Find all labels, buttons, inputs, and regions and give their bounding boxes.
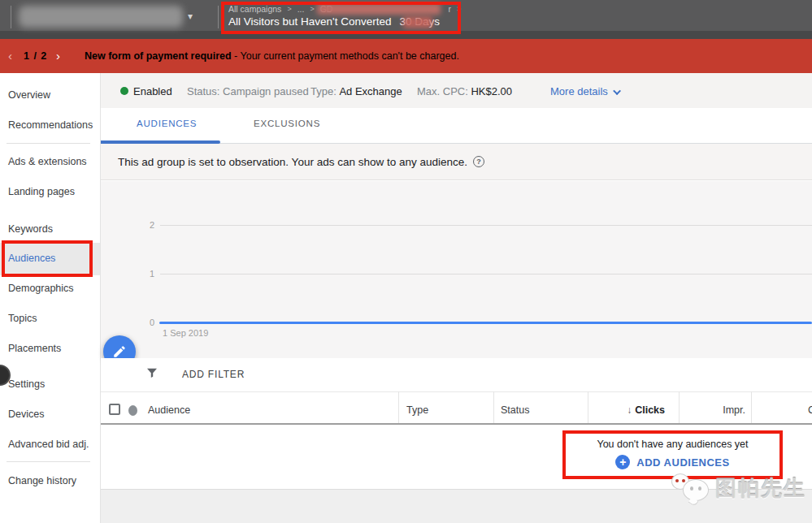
sidebar-item-ads-extensions[interactable]: Ads & extensions (8, 156, 87, 167)
column-divider (751, 391, 752, 423)
enabled-label[interactable]: Enabled (133, 85, 172, 97)
sidebar-item-devices[interactable]: Devices (8, 408, 44, 420)
column-divider (588, 391, 588, 423)
sidebar-item-placements[interactable]: Placements (8, 343, 61, 354)
sort-descending-icon: ↓ (627, 404, 632, 416)
more-details-button[interactable]: More details (550, 85, 621, 97)
gridline (160, 274, 812, 274)
account-separator-right (218, 6, 219, 28)
column-divider (493, 391, 494, 423)
sidebar-item-recommendations[interactable]: Recommendations (8, 119, 93, 131)
y-axis-tick-0: 0 (137, 318, 154, 327)
tab-exclusions[interactable]: EXCLUSIONS (254, 119, 320, 128)
y-axis-tick-2: 2 (137, 220, 154, 230)
alert-prev-icon[interactable]: ‹ (8, 49, 12, 63)
tab-audiences[interactable]: AUDIENCES (137, 119, 197, 128)
ad-group-title-main: All Visitors but Haven't Converted (228, 15, 391, 28)
observation-text: This ad group is set to observation. You… (118, 156, 467, 168)
add-filter-button[interactable]: ADD FILTER (182, 369, 245, 380)
column-header-impr[interactable]: Impr. (680, 404, 745, 416)
chevron-right-icon: > (287, 5, 291, 13)
sidebar-item-audiences[interactable]: Audiences (8, 253, 55, 264)
add-audiences-button[interactable]: + ADD AUDIENCES (562, 455, 783, 469)
sidebar-item-keywords[interactable]: Keywords (8, 223, 53, 235)
gridline (160, 225, 812, 226)
empty-state-message: You don't have any audiences yet (562, 439, 783, 450)
alert-next-icon[interactable]: › (56, 49, 60, 63)
enabled-status-icon (120, 87, 128, 95)
tabs-row (101, 108, 812, 144)
breadcrumb-redaction-blur (317, 3, 441, 15)
column-header-clipped: C (808, 404, 812, 416)
filter-funnel-icon[interactable] (145, 366, 158, 383)
column-divider (398, 391, 399, 423)
column-header-audience[interactable]: Audience (148, 404, 190, 416)
max-cpc: Max. CPC: HK$2.00 (417, 85, 512, 97)
column-header-type[interactable]: Type (406, 404, 428, 416)
sidebar-item-topics[interactable]: Topics (8, 313, 37, 324)
x-axis-tick-date: 1 Sep 2019 (163, 328, 208, 338)
chevron-right-icon: > (457, 5, 461, 13)
help-icon[interactable]: ? (473, 156, 484, 167)
status-dot-column-icon[interactable] (128, 405, 137, 416)
column-header-clicks[interactable]: ↓Clicks (596, 404, 665, 416)
title-redaction-blur (403, 16, 432, 28)
sidebar-item-landing-pages[interactable]: Landing pages (8, 186, 75, 197)
sidebar-item-demographics[interactable]: Demographics (8, 283, 74, 294)
plus-circle-icon: + (615, 455, 630, 469)
breadcrumb-all-campaigns[interactable]: All campaigns (228, 4, 281, 14)
campaign-type: Type: Ad Exchange (310, 85, 402, 97)
alert-detail: - Your current payment methods can't be … (234, 50, 459, 62)
google-ads-screen: ▾ All campaigns > ... > GD r > All Visit… (0, 0, 812, 523)
watermark-text: 图帕先生 (715, 474, 806, 503)
chevron-right-icon: > (310, 5, 314, 13)
column-header-status[interactable]: Status (501, 404, 529, 416)
observation-notice: This ad group is set to observation. You… (101, 144, 812, 180)
chevron-down-icon (613, 87, 621, 95)
account-separator-left (11, 6, 11, 28)
top-app-bar-shadow (0, 31, 812, 39)
sidebar-item-change-history[interactable]: Change history (8, 475, 76, 486)
sidebar-item-settings[interactable]: Settings (8, 378, 45, 390)
account-dropdown-icon[interactable]: ▾ (188, 11, 193, 22)
column-divider (679, 391, 680, 423)
select-all-checkbox[interactable] (109, 404, 120, 415)
alert-message[interactable]: New form of payment required - Your curr… (85, 50, 459, 62)
alert-title: New form of payment required (85, 50, 232, 62)
breadcrumb-ellipsis[interactable]: ... (297, 4, 305, 14)
sidebar-nav (0, 73, 101, 523)
add-audiences-label: ADD AUDIENCES (636, 456, 729, 469)
sidebar-divider (7, 461, 90, 462)
wechat-icon (683, 479, 709, 501)
sidebar-divider (7, 143, 90, 144)
chart-data-line (159, 322, 812, 324)
y-axis-tick-1: 1 (137, 269, 154, 279)
sidebar-item-overview[interactable]: Overview (8, 89, 50, 101)
campaign-status: Status: Campaign paused (187, 85, 309, 97)
alert-pager: 1 / 2 (24, 50, 47, 62)
breadcrumb-campaign-tail: r (448, 4, 451, 14)
sidebar-item-advanced-bid-adj[interactable]: Advanced bid adj. (8, 439, 89, 450)
pencil-icon (112, 344, 127, 359)
account-name-redacted[interactable] (19, 6, 183, 28)
